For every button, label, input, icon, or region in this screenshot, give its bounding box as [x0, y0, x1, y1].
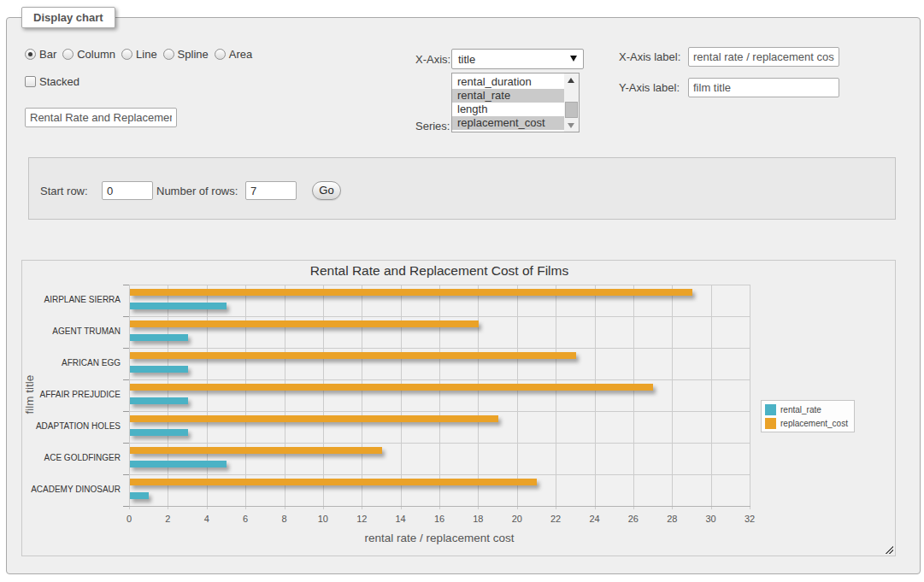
series-option-length[interactable]: length: [452, 103, 564, 116]
gridline-vertical: [672, 285, 673, 507]
radio-spline-label: Spline: [178, 48, 209, 61]
radio-column-label: Column: [77, 48, 115, 61]
x-axis-select-value: title: [458, 53, 475, 66]
series-option-rental-duration[interactable]: rental_duration: [452, 75, 564, 89]
bar-rental_rate: [130, 492, 149, 499]
scrollbar-up-button[interactable]: [564, 73, 579, 86]
gridline-vertical: [129, 285, 130, 507]
gridline-vertical: [478, 285, 479, 507]
radio-area[interactable]: Area: [215, 48, 252, 61]
scroll-down-arrow-icon: [568, 123, 574, 128]
radio-line[interactable]: Line: [121, 48, 157, 61]
number-of-rows-input[interactable]: [245, 181, 297, 200]
category-label: ADAPTATION HOLES: [22, 421, 121, 431]
radio-column[interactable]: Column: [62, 48, 115, 61]
start-row-label: Start row:: [40, 185, 88, 197]
bar-rental_rate: [130, 366, 188, 373]
gridline-vertical: [401, 285, 402, 507]
x-tick-label: 2: [150, 514, 185, 524]
bar-replacement_cost: [130, 447, 382, 454]
resize-handle-icon[interactable]: [884, 544, 893, 554]
category-label: AFRICAN EGG: [22, 358, 121, 367]
bar-replacement_cost: [130, 352, 576, 359]
go-button[interactable]: Go: [312, 181, 341, 200]
gridline-vertical: [323, 285, 324, 507]
y-axis-label-input[interactable]: [688, 78, 839, 97]
stacked-label: Stacked: [39, 75, 79, 88]
gridline-vertical: [595, 285, 596, 507]
bar-replacement_cost: [130, 289, 692, 296]
gridline-vertical: [517, 285, 518, 507]
y-axis-label-label: Y-Axis label:: [619, 81, 680, 94]
x-axis-line: [129, 506, 750, 507]
gridline-horizontal: [129, 443, 750, 444]
x-axis-label-input[interactable]: [688, 47, 839, 67]
x-tick-label: 14: [384, 514, 418, 524]
gridline-horizontal: [129, 411, 750, 412]
stacked-checkbox[interactable]: [25, 76, 36, 87]
bar-replacement_cost: [130, 479, 537, 485]
legend-label: replacement_cost: [780, 419, 848, 428]
gridline-vertical: [556, 285, 556, 507]
gridline-vertical: [711, 285, 712, 507]
bar-replacement_cost: [130, 415, 498, 422]
stacked-checkbox-row[interactable]: Stacked: [25, 75, 79, 88]
series-scrollbar[interactable]: [564, 73, 579, 132]
radio-bar-input[interactable]: [25, 49, 36, 60]
chart-title-input[interactable]: [25, 108, 177, 127]
rows-panel: Start row: Number of rows: Go: [28, 157, 896, 220]
bar-replacement_cost: [130, 384, 653, 391]
gridline-vertical: [207, 285, 208, 507]
bar-rental_rate: [130, 303, 227, 309]
legend-swatch-rental_rate: [765, 404, 776, 415]
gridline-vertical: [245, 285, 246, 507]
radio-bar[interactable]: Bar: [25, 48, 56, 61]
radio-bar-label: Bar: [39, 48, 56, 61]
radio-spline[interactable]: Spline: [163, 48, 209, 61]
x-axis-select[interactable]: title: [451, 49, 584, 69]
x-tick-label: 26: [616, 514, 650, 524]
gridline-vertical: [362, 285, 362, 507]
y-tick-mark: [123, 285, 129, 285]
x-axis-picker-label: X-Axis:: [415, 53, 450, 66]
y-axis-title: film title: [23, 361, 36, 429]
start-row-input[interactable]: [102, 181, 153, 200]
x-axis-title: rental rate / replacement cost: [129, 532, 750, 544]
fieldset-legend: Display chart: [21, 7, 115, 28]
chart-type-radio-group: Bar Column Line Spline Area: [25, 48, 258, 61]
series-multiselect[interactable]: rental_duration rental_rate length repla…: [451, 73, 580, 132]
radio-line-label: Line: [136, 48, 157, 61]
radio-area-label: Area: [229, 48, 252, 61]
series-option-rental-rate[interactable]: rental_rate: [452, 89, 564, 103]
chart-legend: rental_ratereplacement_cost: [761, 400, 855, 432]
y-tick-mark: [123, 506, 129, 507]
x-tick-label: 20: [500, 514, 534, 524]
y-tick-mark: [123, 411, 129, 412]
number-of-rows-label: Number of rows:: [156, 185, 238, 197]
x-tick-label: 16: [422, 514, 456, 524]
y-tick-mark: [123, 316, 129, 317]
category-label: AFFAIR PREJUDICE: [22, 390, 121, 399]
scrollbar-thumb[interactable]: [565, 102, 578, 118]
gridline-horizontal: [129, 474, 750, 475]
radio-line-input[interactable]: [121, 49, 132, 60]
bar-rental_rate: [130, 429, 188, 436]
x-tick-label: 18: [461, 514, 495, 524]
x-tick-label: 24: [578, 514, 612, 524]
radio-area-input[interactable]: [215, 49, 226, 60]
chart-title: Rental Rate and Replacement Cost of Film…: [129, 263, 750, 279]
page: Display chart Bar Column Line Spline Are…: [0, 0, 924, 582]
legend-label: rental_rate: [780, 405, 821, 414]
bar-replacement_cost: [130, 320, 479, 327]
radio-spline-input[interactable]: [163, 49, 174, 60]
x-tick-label: 22: [539, 514, 573, 524]
bar-rental_rate: [130, 461, 227, 467]
series-picker-label: Series:: [415, 120, 450, 132]
radio-column-input[interactable]: [62, 49, 74, 60]
y-tick-mark: [123, 348, 129, 349]
category-label: ACADEMY DINOSAUR: [22, 485, 121, 494]
series-option-replacement-cost[interactable]: replacement_cost: [452, 116, 564, 130]
scrollbar-down-button[interactable]: [564, 119, 579, 132]
x-tick-label: 12: [344, 514, 379, 524]
x-tick-label: 10: [306, 514, 340, 524]
